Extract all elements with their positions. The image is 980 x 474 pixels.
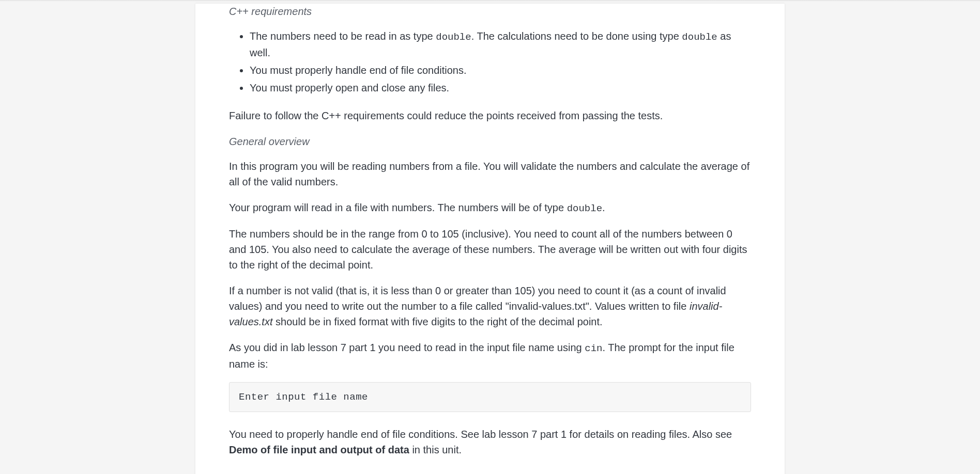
list-item: The numbers need to be read in as type d… xyxy=(250,28,751,60)
document-content: C++ requirements The numbers need to be … xyxy=(195,4,785,474)
list-item: You must properly open and close any fil… xyxy=(250,80,751,96)
paragraph-failure: Failure to follow the C++ requirements c… xyxy=(229,108,751,123)
paragraph-eof: You need to properly handle end of file … xyxy=(229,426,751,457)
code-inline: double xyxy=(682,31,717,43)
paragraph-file-type: Your program will read in a file with nu… xyxy=(229,200,751,216)
code-inline: double xyxy=(436,31,471,43)
code-inline: cin xyxy=(585,343,602,354)
demo-reference: Demo of file input and output of data xyxy=(229,444,409,455)
code-inline: double xyxy=(567,203,602,214)
paragraph-prompt: As you did in lab lesson 7 part 1 you ne… xyxy=(229,340,751,372)
general-overview-heading: General overview xyxy=(229,134,751,149)
paragraph-overview: In this program you will be reading numb… xyxy=(229,159,751,189)
cpp-requirements-heading: C++ requirements xyxy=(229,4,751,19)
list-item: You must properly handle end of file con… xyxy=(250,62,751,78)
requirements-list: The numbers need to be read in as type d… xyxy=(229,28,751,96)
paragraph-invalid: If a number is not valid (that is, it is… xyxy=(229,283,751,329)
code-block: Enter input file name xyxy=(229,382,751,413)
paragraph-range: The numbers should be in the range from … xyxy=(229,226,751,273)
